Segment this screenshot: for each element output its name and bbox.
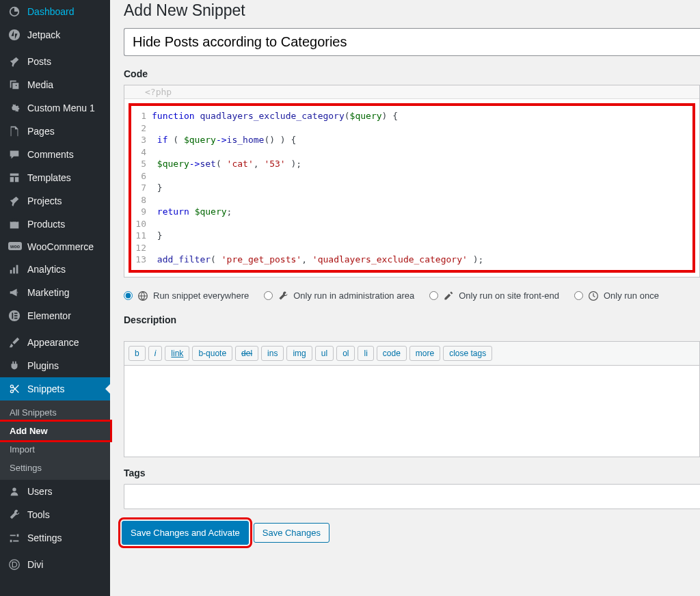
sidebar-item-label: Tools	[27, 509, 50, 520]
wrench-icon	[277, 290, 289, 302]
save-activate-button[interactable]: Save Changes and Activate	[122, 521, 249, 545]
sidebar-item-appearance[interactable]: Appearance	[0, 331, 110, 354]
sidebar-item-divi[interactable]: Divi	[0, 553, 110, 576]
submenu-add-new[interactable]: Add New	[0, 422, 110, 440]
svg-rect-12	[12, 313, 13, 319]
svg-point-18	[12, 488, 16, 491]
products-icon	[8, 218, 22, 230]
qt-ol[interactable]: ol	[336, 346, 355, 361]
svg-rect-4	[15, 177, 18, 182]
tags-input[interactable]	[124, 484, 700, 509]
qt-b[interactable]: b	[129, 346, 146, 361]
svg-rect-10	[16, 265, 18, 274]
sidebar-item-label: Settings	[27, 532, 62, 543]
scope-admin[interactable]: Only run in administration area	[264, 290, 414, 302]
submenu-settings[interactable]: Settings	[0, 459, 110, 477]
qt-ul[interactable]: ul	[315, 346, 334, 361]
sidebar-item-custom-menu[interactable]: Custom Menu 1	[0, 96, 110, 120]
qt-code[interactable]: code	[377, 346, 407, 361]
sidebar-item-label: Elementor	[27, 310, 71, 321]
qt-li[interactable]: li	[358, 346, 373, 361]
scope-radio[interactable]	[264, 291, 273, 300]
sidebar-item-label: Marketing	[27, 287, 69, 298]
svg-rect-13	[14, 313, 18, 314]
jetpack-icon	[8, 29, 22, 41]
qt-closetags[interactable]: close tags	[443, 346, 492, 361]
code-content[interactable]: function quadlayers_exclude_category($qu…	[150, 110, 483, 266]
scope-radio[interactable]	[124, 291, 133, 300]
comment-icon	[8, 148, 22, 161]
submenu-import[interactable]: Import	[0, 440, 110, 459]
sidebar-item-label: Analytics	[27, 264, 66, 275]
sidebar-item-label: Users	[27, 486, 53, 497]
save-button[interactable]: Save Changes	[254, 523, 329, 543]
snippet-title-input[interactable]	[124, 28, 700, 56]
sidebar-item-settings[interactable]: Settings	[0, 526, 110, 550]
qt-bquote[interactable]: b-quote	[192, 346, 232, 361]
sidebar-item-plugins[interactable]: Plugins	[0, 354, 110, 377]
brush-icon	[8, 336, 22, 349]
code-editor[interactable]: <?php 1 2 3 4 5 6 7 8 9 10 11 12 13 func…	[124, 85, 700, 277]
sidebar-submenu: All Snippets Add New Import Settings	[0, 401, 110, 480]
sidebar-item-posts[interactable]: Posts	[0, 50, 110, 73]
scope-label: Run snippet everywhere	[153, 290, 249, 301]
sidebar-item-label: Comments	[27, 149, 74, 160]
description-label: Description	[124, 314, 700, 325]
svg-rect-8	[10, 270, 12, 273]
svg-rect-9	[13, 267, 15, 273]
quicktags-toolbar: b i link b-quote del ins img ul ol li co…	[124, 342, 699, 366]
sidebar-item-jetpack[interactable]: Jetpack	[0, 23, 110, 46]
sidebar-item-analytics[interactable]: Analytics	[0, 258, 110, 281]
description-textarea[interactable]	[124, 366, 699, 455]
qt-ins[interactable]: ins	[261, 346, 284, 361]
wrench-icon	[8, 509, 22, 521]
scope-label: Only run in administration area	[293, 290, 414, 301]
sidebar-item-users[interactable]: Users	[0, 480, 110, 503]
sidebar-item-tools[interactable]: Tools	[0, 503, 110, 526]
sidebar-item-label: Templates	[27, 172, 71, 183]
qt-img[interactable]: img	[286, 346, 312, 361]
sidebar-item-snippets[interactable]: Snippets	[0, 377, 110, 401]
page-icon	[8, 125, 22, 137]
sidebar-item-label: Projects	[27, 195, 62, 206]
scope-radio[interactable]	[574, 291, 583, 300]
globe-icon	[137, 290, 149, 302]
sidebar-item-label: Custom Menu 1	[27, 103, 95, 113]
scope-label: Only run on site front-end	[459, 290, 559, 301]
sidebar-item-dashboard[interactable]: Dashboard	[0, 0, 110, 23]
sidebar-item-woocommerce[interactable]: woo WooCommerce	[0, 236, 110, 258]
elementor-icon	[8, 310, 22, 322]
qt-more[interactable]: more	[409, 346, 440, 361]
sidebar-item-marketing[interactable]: Marketing	[0, 281, 110, 304]
sidebar-item-pages[interactable]: Pages	[0, 120, 110, 143]
svg-point-0	[9, 29, 20, 40]
sidebar-item-projects[interactable]: Projects	[0, 189, 110, 213]
sidebar-item-products[interactable]: Products	[0, 213, 110, 236]
line-gutter: 1 2 3 4 5 6 7 8 9 10 11 12 13	[131, 110, 150, 266]
sidebar-item-elementor[interactable]: Elementor	[0, 304, 110, 327]
submenu-all-snippets[interactable]: All Snippets	[0, 403, 110, 422]
qt-link[interactable]: link	[165, 346, 189, 361]
bars-icon	[8, 263, 22, 275]
eyedropper-icon	[442, 290, 455, 302]
sidebar-item-label: Snippets	[27, 383, 64, 394]
sidebar-item-label: WooCommerce	[27, 241, 94, 252]
sidebar-item-label: Appearance	[27, 337, 79, 348]
qt-del[interactable]: del	[235, 346, 258, 361]
sidebar-item-label: Plugins	[27, 360, 59, 371]
scope-once[interactable]: Only run once	[574, 290, 659, 302]
scope-everywhere[interactable]: Run snippet everywhere	[124, 290, 249, 302]
scope-frontend[interactable]: Only run on site front-end	[429, 290, 559, 302]
svg-point-19	[10, 560, 19, 569]
sidebar-item-label: Jetpack	[27, 29, 60, 40]
svg-text:woo: woo	[10, 244, 20, 249]
sidebar-item-media[interactable]: Media	[0, 73, 110, 96]
svg-rect-14	[14, 315, 18, 316]
sidebar-item-templates[interactable]: Templates	[0, 166, 110, 189]
scope-radio[interactable]	[429, 291, 438, 300]
qt-i[interactable]: i	[148, 346, 163, 361]
dashboard-icon	[8, 5, 22, 18]
sidebar-item-comments[interactable]: Comments	[0, 143, 110, 166]
sliders-icon	[8, 532, 22, 544]
clock-icon	[587, 290, 600, 302]
